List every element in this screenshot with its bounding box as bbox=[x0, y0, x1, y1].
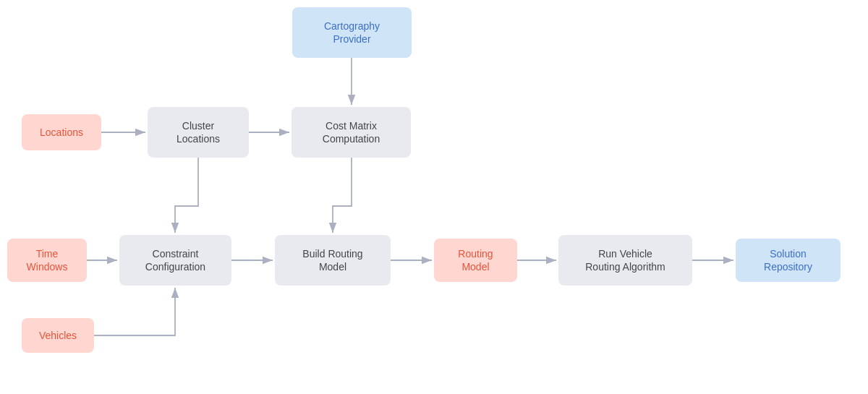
cartography-provider-label: CartographyProvider bbox=[324, 20, 380, 46]
routing-model-label: RoutingModel bbox=[458, 247, 493, 273]
locations-node: Locations bbox=[22, 114, 101, 150]
constraint-config-label: ConstraintConfiguration bbox=[145, 247, 205, 273]
cluster-locations-label: ClusterLocations bbox=[176, 119, 220, 145]
time-windows-node: TimeWindows bbox=[7, 239, 87, 282]
time-windows-label: TimeWindows bbox=[27, 247, 68, 273]
routing-model-node: RoutingModel bbox=[434, 239, 517, 282]
diagram-container: CartographyProvider ClusterLocations Cos… bbox=[0, 0, 868, 394]
constraint-config-node: ConstraintConfiguration bbox=[119, 235, 231, 286]
cost-matrix-label: Cost MatrixComputation bbox=[323, 119, 380, 145]
run-vehicle-routing-node: Run VehicleRouting Algorithm bbox=[558, 235, 692, 286]
build-routing-model-node: Build RoutingModel bbox=[275, 235, 391, 286]
cost-matrix-node: Cost MatrixComputation bbox=[292, 107, 411, 158]
arrows-svg bbox=[0, 0, 868, 394]
solution-repository-label: SolutionRepository bbox=[764, 247, 812, 273]
solution-repository-node: SolutionRepository bbox=[736, 239, 841, 282]
locations-label: Locations bbox=[40, 126, 83, 139]
run-vehicle-routing-label: Run VehicleRouting Algorithm bbox=[585, 247, 665, 273]
cluster-locations-node: ClusterLocations bbox=[148, 107, 249, 158]
vehicles-label: Vehicles bbox=[39, 329, 77, 342]
build-routing-model-label: Build RoutingModel bbox=[302, 247, 362, 273]
vehicles-node: Vehicles bbox=[22, 318, 94, 353]
cartography-provider-node: CartographyProvider bbox=[292, 7, 412, 58]
